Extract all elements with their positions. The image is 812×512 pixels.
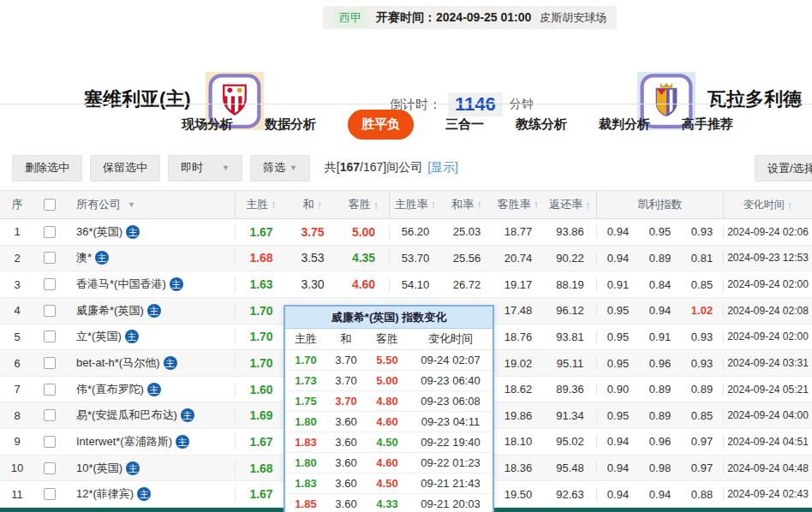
company-cell[interactable]: 香港马*(中国香港)主: [65, 277, 236, 292]
header-draw[interactable]: 和↑: [287, 197, 338, 212]
checkbox-icon[interactable]: [44, 226, 56, 238]
odds-table: 序 所有公司▼ 主胜↑ 和↑ 客胜↑ 主胜率↑ 和率↑ 客胜率↑ 返还率↑ 凯利…: [0, 190, 812, 219]
header-lose[interactable]: 客胜↑: [338, 191, 390, 218]
company-cell[interactable]: Interwet*(塞浦路斯)主: [65, 434, 236, 449]
settings-select-label: 设置/选择: [767, 161, 812, 176]
change-time: 2024-09-24 02:08: [724, 305, 812, 317]
popup-change-time: 09-23 06:40: [409, 374, 493, 387]
change-time: 2024-09-23 12:53: [724, 252, 812, 264]
lose-rate: 18.76: [493, 330, 544, 343]
checkbox-icon[interactable]: [44, 436, 56, 448]
sort-up-icon: ↑: [317, 198, 323, 211]
tab-6[interactable]: 裁判分析: [599, 116, 650, 133]
company-cell[interactable]: 12*(菲律宾)主: [65, 486, 236, 502]
odds-lose: 4.35: [338, 251, 390, 265]
chevron-down-icon: ▼: [128, 200, 135, 209]
popup-title: 威廉希*(英国) 指数变化: [285, 307, 493, 329]
return-rate: 93.81: [544, 330, 597, 343]
popup-odds-lose: 4.60: [366, 456, 409, 469]
header-change-time[interactable]: 变化时间↑: [724, 198, 812, 212]
tab-7[interactable]: 高手推荐: [682, 116, 733, 133]
checkbox-icon[interactable]: [44, 330, 56, 342]
odds-win: 1.69: [236, 408, 287, 422]
tab-4[interactable]: 三合一: [445, 116, 484, 133]
company-cell[interactable]: 易*(安提瓜和巴布达)主: [65, 408, 236, 423]
kelly-1: 0.91: [597, 278, 639, 291]
company-cell[interactable]: 36*(英国)主: [65, 224, 236, 240]
checkbox-icon[interactable]: [44, 199, 56, 211]
checkbox-icon[interactable]: [44, 252, 56, 264]
header-win-rate[interactable]: 主胜率↑: [390, 197, 441, 212]
tab-5[interactable]: 教练分析: [516, 116, 567, 133]
tab-3[interactable]: 胜平负: [348, 110, 414, 140]
header-lose-rate[interactable]: 客胜率↑: [493, 197, 544, 212]
popup-odds-lose: 4.33: [366, 497, 409, 510]
header-return-rate[interactable]: 返还率↑: [544, 191, 597, 218]
return-rate: 90.22: [544, 252, 597, 265]
popup-header-time: 变化时间: [409, 331, 493, 347]
sort-up-icon: ↑: [373, 199, 379, 211]
row-number: 1: [0, 225, 34, 238]
row-checkbox-cell: [34, 252, 65, 264]
return-rate: 91.34: [544, 409, 597, 422]
row-checkbox-cell: [34, 384, 65, 396]
company-name: Interwet*(塞浦路斯): [76, 434, 172, 449]
keep-selected-button[interactable]: 保留选中: [90, 155, 160, 182]
lose-rate: 18.10: [493, 435, 544, 448]
lose-rate: 19.02: [493, 357, 544, 370]
delete-selected-button[interactable]: 删除选中: [12, 155, 82, 182]
checkbox-icon[interactable]: [44, 278, 56, 290]
checkbox-icon[interactable]: [44, 384, 56, 396]
lose-rate: 18.77: [493, 225, 544, 238]
lose-rate: 19.17: [493, 278, 544, 291]
popup-odds-draw: 3.60: [326, 436, 366, 449]
popup-odds-draw: 3.60: [326, 415, 366, 428]
filter-dropdown[interactable]: 筛选 ▼: [250, 155, 310, 182]
home-team-name: 塞维利亚(主): [84, 86, 191, 112]
count-prefix: 共[: [325, 160, 340, 174]
odds-lose: 4.60: [338, 277, 390, 291]
popup-odds-lose: 4.50: [366, 436, 409, 449]
checkbox-icon[interactable]: [44, 357, 56, 369]
count-current: 167: [340, 160, 360, 174]
kelly-3: 1.02: [681, 304, 724, 317]
kelly-2: 0.98: [639, 461, 681, 474]
checkbox-icon[interactable]: [44, 462, 56, 474]
header-draw-rate[interactable]: 和率↑: [441, 197, 493, 212]
checkbox-icon[interactable]: [44, 488, 56, 500]
odds-win: 1.68: [236, 461, 287, 475]
settings-select-button[interactable]: 设置/选择: [755, 155, 812, 182]
change-time: 2024-09-24 02:00: [724, 278, 812, 290]
table-row: 2澳*主1.683.534.3553.7025.5620.7490.220.94…: [0, 246, 812, 272]
odds-win: 1.70: [236, 330, 287, 343]
main-company-icon: 主: [164, 356, 177, 370]
company-cell[interactable]: 立*(英国)主: [65, 329, 236, 344]
tab-1[interactable]: 现场分析: [182, 116, 233, 133]
company-cell[interactable]: 10*(英国)主: [65, 461, 236, 476]
kelly-3: 0.85: [681, 278, 724, 291]
main-company-icon: 主: [147, 383, 161, 396]
company-name: 澳*: [76, 250, 92, 265]
company-cell[interactable]: bet-at-h*(马尔他)主: [65, 355, 236, 371]
header-company[interactable]: 所有公司▼: [65, 191, 236, 218]
return-rate: 95.02: [544, 435, 597, 448]
select-all-checkbox[interactable]: [34, 199, 65, 211]
lose-rate: 18.36: [493, 461, 544, 474]
kelly-2: 0.94: [639, 304, 681, 317]
time-filter-dropdown[interactable]: 即时 ▼: [168, 155, 242, 182]
company-name: 立*(英国): [76, 329, 122, 344]
draw-rate: 26.72: [441, 278, 493, 291]
company-cell[interactable]: 威廉希*(英国)主: [65, 303, 236, 319]
header-kelly: 凯利指数: [597, 191, 724, 218]
kelly-2: 0.89: [639, 383, 681, 396]
header-win[interactable]: 主胜↑: [236, 197, 287, 212]
checkbox-icon[interactable]: [44, 409, 56, 421]
kelly-3: 0.93: [681, 330, 724, 343]
company-cell[interactable]: 澳*主: [65, 250, 236, 265]
main-company-icon: 主: [176, 435, 189, 449]
tab-2[interactable]: 数据分析: [265, 116, 316, 133]
odds-win: 1.67: [236, 435, 287, 449]
checkbox-icon[interactable]: [44, 305, 56, 317]
company-cell[interactable]: 伟*(直布罗陀)主: [65, 382, 236, 397]
show-link[interactable]: [显示]: [427, 160, 458, 176]
